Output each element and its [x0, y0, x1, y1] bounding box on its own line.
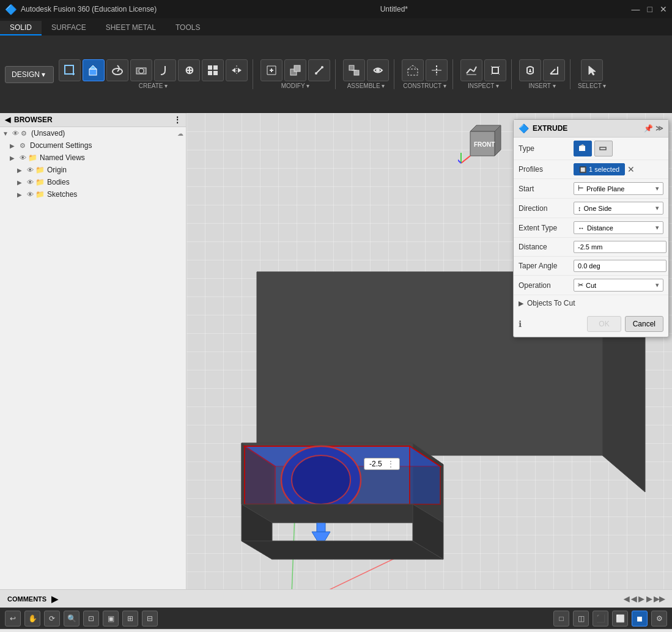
- tab-sheet-metal[interactable]: SHEET METAL: [96, 21, 166, 35]
- new-sketch-icon[interactable]: [59, 59, 81, 81]
- browser-item-doc-settings[interactable]: ▶ ⚙ Document Settings: [0, 139, 186, 152]
- extent-type-select[interactable]: ↔ Distance ▾: [574, 221, 663, 234]
- taper-angle-value: [574, 260, 666, 272]
- navigate-icon[interactable]: ↩: [5, 611, 21, 626]
- browser-item-bodies[interactable]: ▶ 👁 📁 Bodies: [0, 176, 186, 188]
- select-label[interactable]: SELECT ▾: [578, 83, 607, 89]
- browser-expand-icon[interactable]: ⋮: [174, 116, 181, 124]
- inspect-label[interactable]: INSPECT ▾: [468, 83, 499, 89]
- construct-icon-2[interactable]: [426, 59, 448, 81]
- construct-label[interactable]: CONSTRUCT ▾: [403, 83, 446, 89]
- construct-icon-1[interactable]: [402, 59, 424, 81]
- hole-icon[interactable]: [130, 59, 152, 81]
- design-label: DESIGN ▾: [12, 70, 45, 79]
- svg-text:FRONT: FRONT: [474, 141, 495, 148]
- create-more-icon[interactable]: ⊕: [178, 59, 200, 81]
- modify-label[interactable]: MODIFY ▾: [281, 83, 309, 89]
- fillet-icon[interactable]: [154, 59, 176, 81]
- profiles-count-text: 1 selected: [589, 166, 619, 173]
- sketch-icon-5[interactable]: ◼: [632, 611, 648, 626]
- extrude-expand-icon[interactable]: ≫: [655, 124, 663, 133]
- type-thin-button[interactable]: [594, 141, 613, 156]
- browser-item-origin[interactable]: ▶ 👁 📁 Origin: [0, 164, 186, 176]
- comments-bar: COMMENTS ▶ ◀ ◀ ▶ ▶ ▶▶: [0, 589, 672, 608]
- extent-type-text: Distance: [587, 224, 613, 232]
- zoom-icon[interactable]: 🔍: [64, 611, 79, 626]
- objects-to-cut-row[interactable]: ▶ Objects To Cut: [514, 295, 668, 311]
- fit-icon[interactable]: ⊡: [83, 611, 99, 626]
- direction-select-text: One Side: [584, 205, 612, 212]
- comments-expand-icon[interactable]: ▶: [51, 594, 58, 604]
- inspect-group: INSPECT ▾: [460, 59, 512, 89]
- svg-rect-9: [213, 65, 218, 70]
- insert-icon-2[interactable]: [543, 59, 565, 81]
- viewcube[interactable]: FRONT: [458, 119, 507, 168]
- modify-icon-3[interactable]: [308, 59, 330, 81]
- inspect-icon-1[interactable]: [460, 59, 482, 81]
- svg-rect-62: [579, 146, 585, 151]
- close-button[interactable]: ✕: [660, 4, 667, 14]
- operation-select[interactable]: ✂ Cut ▾: [574, 279, 663, 292]
- insert-icon-1[interactable]: [519, 59, 541, 81]
- sketch-icon-1[interactable]: □: [553, 611, 569, 626]
- extrude-pin-icon[interactable]: 📌: [644, 124, 653, 133]
- start-row: Start ⊢ Profile Plane ▾: [514, 179, 668, 199]
- direction-select[interactable]: ↕ One Side ▾: [574, 202, 663, 215]
- modify-icon-2[interactable]: [284, 59, 306, 81]
- svg-point-48: [292, 455, 350, 504]
- insert-label[interactable]: INSERT ▾: [528, 83, 555, 89]
- type-value: [574, 141, 663, 156]
- extrude-title: EXTRUDE: [533, 124, 567, 133]
- create-label[interactable]: CREATE ▾: [139, 83, 168, 89]
- svg-marker-53: [242, 541, 443, 559]
- sketch-icon-3[interactable]: ⬛: [593, 611, 608, 626]
- extrude-footer-buttons: OK Cancel: [587, 316, 663, 332]
- viewport[interactable]: FRONT -2.5 ⋮ 🔷 EXTRUDE 📌 ≫: [186, 113, 672, 589]
- direction-row: Direction ↕ One Side ▾: [514, 199, 668, 218]
- expand-icon-named-views: ▶: [10, 155, 17, 161]
- inspect-icon-2[interactable]: [484, 59, 506, 81]
- create-group: ⊕ CREATE ▾: [59, 59, 253, 89]
- pan-icon[interactable]: ✋: [24, 611, 40, 626]
- assemble-label[interactable]: ASSEMBLE ▾: [347, 83, 385, 89]
- browser-collapse-icon[interactable]: ◀: [5, 116, 10, 124]
- distance-input[interactable]: [574, 241, 666, 253]
- revolve-icon[interactable]: [106, 59, 128, 81]
- cancel-button[interactable]: Cancel: [625, 316, 663, 332]
- ok-button[interactable]: OK: [587, 316, 621, 332]
- modify-icon-1[interactable]: [260, 59, 282, 81]
- tab-solid[interactable]: SOLID: [0, 21, 42, 35]
- design-button[interactable]: DESIGN ▾: [5, 66, 54, 83]
- settings-icon[interactable]: ⚙: [651, 611, 667, 626]
- grid-icon[interactable]: ⊞: [122, 611, 138, 626]
- start-select[interactable]: ⊢ Profile Plane ▾: [574, 182, 663, 195]
- objects-to-cut-expand-icon: ▶: [519, 299, 523, 307]
- gear-icon-doc-settings: ⚙: [20, 142, 26, 150]
- minimize-button[interactable]: —: [632, 4, 640, 14]
- extrude-icon[interactable]: [83, 59, 105, 81]
- taper-angle-input[interactable]: [574, 260, 666, 272]
- svg-rect-64: [600, 147, 606, 150]
- display-mode-icon[interactable]: ▣: [103, 611, 119, 626]
- tab-tools[interactable]: TOOLS: [166, 21, 210, 35]
- extrude-info-icon[interactable]: ℹ: [519, 319, 522, 329]
- mirror-icon[interactable]: [226, 59, 248, 81]
- profiles-clear-button[interactable]: ✕: [627, 164, 635, 174]
- tab-surface[interactable]: SURFACE: [42, 21, 96, 35]
- toolbar: SOLID SURFACE SHEET METAL TOOLS DESIGN ▾: [0, 18, 672, 113]
- pattern-icon[interactable]: [202, 59, 224, 81]
- sketch-icon-2[interactable]: ◫: [573, 611, 589, 626]
- assemble-icon-1[interactable]: [343, 59, 365, 81]
- browser-item-sketches[interactable]: ▶ 👁 📁 Sketches: [0, 188, 186, 200]
- orbit-icon[interactable]: ⟳: [44, 611, 60, 626]
- environment-icon[interactable]: ⊟: [142, 611, 158, 626]
- sketch-icon-4[interactable]: ⬜: [612, 611, 628, 626]
- maximize-button[interactable]: □: [648, 4, 652, 14]
- browser-item-unsaved[interactable]: ▼ 👁 ⚙ (Unsaved) ☁: [0, 127, 186, 139]
- assemble-icon-2[interactable]: [367, 59, 389, 81]
- type-solid-button[interactable]: [574, 141, 592, 156]
- dimension-options-icon[interactable]: ⋮: [387, 460, 394, 468]
- browser-item-named-views[interactable]: ▶ 👁 📁 Named Views: [0, 152, 186, 164]
- profiles-selected-button[interactable]: 🔲 1 selected: [574, 163, 625, 175]
- select-icon-1[interactable]: [581, 59, 603, 81]
